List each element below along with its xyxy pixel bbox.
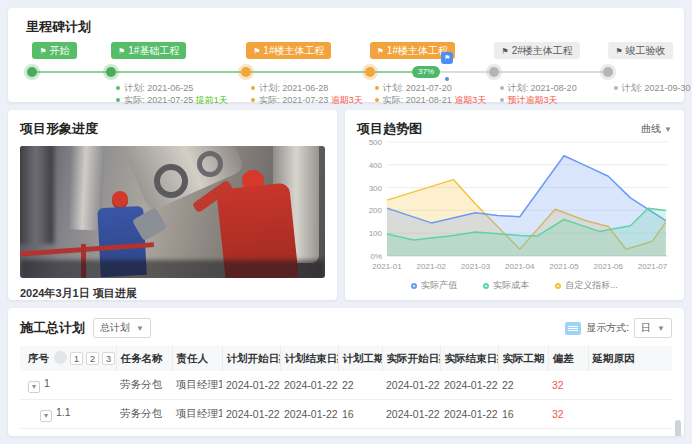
svg-text:2021-05: 2021-05 [549, 262, 579, 271]
table-cell: 2024-01-22 [440, 400, 498, 429]
chevron-down-icon: ▼ [136, 324, 144, 333]
legend-item[interactable]: 自定义指标... [555, 279, 618, 292]
project-photo-card: 项目形象进度 2024年3月1日 项目进展 [8, 110, 337, 300]
deviation-cell: 32 [548, 400, 588, 429]
table-cell: 2024-01-22 [382, 429, 440, 437]
svg-text:500: 500 [369, 138, 383, 147]
display-mode-icon[interactable] [565, 322, 581, 335]
milestone-date-line: 实际: 2021-08-21 逾期3天 [375, 94, 487, 106]
svg-text:0%: 0% [370, 252, 382, 261]
milestone-date-line: 预计逾期3天 [500, 94, 577, 106]
collapse-icon[interactable]: ▾ [28, 381, 40, 393]
table-header-cell: 实际工期 [498, 346, 548, 371]
milestone-node [241, 67, 251, 77]
table-card-title: 施工总计划 [20, 319, 85, 337]
date-bullet-icon [500, 98, 504, 102]
date-bullet-icon [375, 98, 379, 102]
legend-label: 实际成本 [493, 279, 529, 292]
plan-table: 序号12345任务名称责任人计划开始日期计划结束日期计划工期实际开始日期实际结束… [20, 346, 672, 436]
milestone-node [489, 67, 499, 77]
middle-row: 项目形象进度 2024年3月1日 项目进展 [8, 110, 684, 300]
milestone-date-line: 计划: 2021-09-30 [614, 82, 691, 94]
photo-pipe-shape [20, 146, 54, 244]
milestone-node [27, 67, 37, 77]
chart-type-dropdown[interactable]: 曲线▼ [641, 122, 672, 136]
chart-legend: 实际产值实际成本自定义指标... [357, 279, 672, 292]
level-button[interactable]: 3 [102, 352, 115, 365]
milestone-timeline: ⚑开始⚑1#基础工程计划: 2021-06-25 实际: 2021-07-25 … [26, 40, 666, 104]
table-cell: 劳务分包 [116, 371, 172, 400]
flag-icon: ⚑ [253, 47, 260, 56]
reason-cell [588, 429, 672, 437]
construction-site-photo [20, 146, 325, 278]
svg-text:2021-06: 2021-06 [594, 262, 624, 271]
milestone-dates: 计划: 2021-08-20 预计逾期3天 [500, 82, 577, 106]
date-status-text: 提前1天 [196, 95, 228, 105]
milestone-label: ⚑开始 [32, 42, 76, 59]
construction-plan-card: 施工总计划 总计划▼ 显示方式: 日▼ 序号12345任务名称责任人计划开始日期… [8, 308, 684, 436]
table-cell: 6 [338, 429, 382, 437]
date-bullet-icon [116, 98, 120, 102]
svg-text:2021-07: 2021-07 [638, 262, 668, 271]
legend-item[interactable]: 实际产值 [411, 279, 457, 292]
table-row[interactable]: ▾1.1劳务分包项目经理12024-01-222024-01-22162024-… [20, 400, 672, 429]
collapse-icon[interactable]: ▾ [40, 410, 52, 422]
table-cell: 2024-01-22 [222, 400, 280, 429]
row-number-cell: ▾1.1.1 [20, 429, 116, 437]
flag-icon: ⚑ [615, 47, 622, 56]
table-header-cell: 计划结束日期 [280, 346, 338, 371]
table-cell: 项目经理1 [172, 400, 222, 429]
table-header-cell: 计划工期 [338, 346, 382, 371]
table-cell: 2024-01-22 [382, 400, 440, 429]
table-cell: 2024-01-22 [280, 429, 338, 437]
milestone-node [603, 67, 613, 77]
today-marker-dot [445, 77, 449, 81]
milestone-label: ⚑1#楼主体工程 [246, 42, 331, 59]
svg-text:400: 400 [369, 161, 383, 170]
chart-title: 项目趋势图 [357, 120, 422, 138]
table-cell: 劳务分包 [116, 400, 172, 429]
milestone-card-title: 里程碑计划 [26, 18, 666, 36]
table-row[interactable]: ▾1.1.1劳务分包项目经理22024-01-222024-01-2262024… [20, 429, 672, 437]
table-cell: 项目经理1 [172, 371, 222, 400]
plan-select[interactable]: 总计划▼ [93, 318, 151, 338]
milestone-node [106, 67, 116, 77]
date-status-text: 逾期3天 [331, 95, 363, 105]
table-cell: 22 [498, 371, 548, 400]
milestone-dates: 计划: 2021-09-30 [614, 82, 691, 94]
svg-text:2021-01: 2021-01 [372, 262, 402, 271]
legend-marker-icon [555, 283, 561, 289]
milestone-date-line: 计划: 2021-06-28 [251, 82, 363, 94]
reason-cell [588, 371, 672, 400]
date-bullet-icon [614, 86, 618, 90]
milestone-label: ⚑2#楼主体工程 [494, 42, 579, 59]
today-marker-icon: ⚑ [441, 52, 453, 81]
photo-caption: 2024年3月1日 项目进展 [20, 286, 325, 301]
level-circle-icon[interactable] [54, 351, 67, 364]
level-button[interactable]: 2 [86, 352, 99, 365]
table-header-cell: 计划开始日期 [222, 346, 280, 371]
legend-item[interactable]: 实际成本 [483, 279, 529, 292]
date-status-text: 逾期3天 [454, 95, 486, 105]
scrollbar-thumb[interactable] [675, 420, 681, 436]
display-unit-select[interactable]: 日▼ [634, 318, 672, 338]
svg-text:100: 100 [369, 229, 383, 238]
table-row[interactable]: ▾1劳务分包项目经理12024-01-222024-01-22222024-01… [20, 371, 672, 400]
chevron-down-icon: ▼ [664, 125, 672, 134]
milestone-node [365, 67, 375, 77]
flag-icon: ⚑ [377, 47, 384, 56]
row-number-cell: ▾1.1 [20, 400, 116, 429]
table-header-cell: 实际开始日期 [382, 346, 440, 371]
milestone-date-line: 实际: 2021-07-25 提前1天 [116, 94, 228, 106]
date-status-text: 预计逾期3天 [508, 95, 558, 105]
level-button[interactable]: 1 [70, 352, 83, 365]
milestone-date-line: 计划: 2021-08-20 [500, 82, 577, 94]
photo-worker-helmet [112, 191, 128, 207]
table-cell: 22 [338, 371, 382, 400]
svg-text:2021-02: 2021-02 [417, 262, 447, 271]
table-cell: 2024-01-22 [222, 429, 280, 437]
milestone-card: 里程碑计划 ⚑开始⚑1#基础工程计划: 2021-06-25 实际: 2021-… [8, 8, 684, 102]
table-header-cell: 延期原因 [588, 346, 672, 371]
reason-cell [588, 400, 672, 429]
photo-foreground-shadow [20, 260, 325, 278]
